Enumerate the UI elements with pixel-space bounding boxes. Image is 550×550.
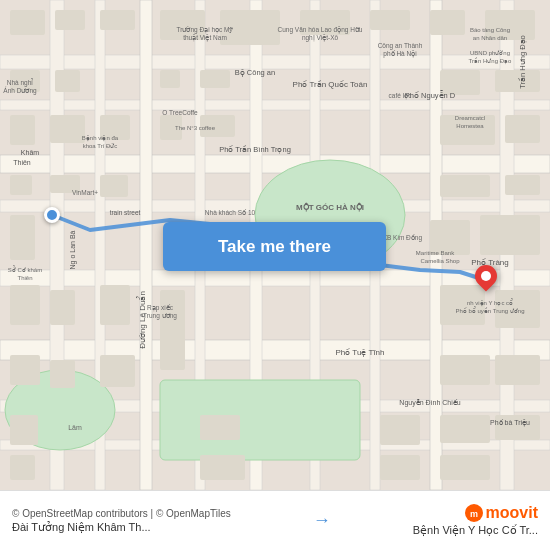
- svg-text:Lâm: Lâm: [68, 424, 82, 431]
- svg-rect-65: [440, 415, 490, 443]
- svg-text:Trần Hưng Đạo: Trần Hưng Đạo: [469, 57, 512, 65]
- moovit-brand-icon: m: [465, 504, 483, 522]
- svg-text:VinMart+: VinMart+: [72, 189, 98, 196]
- svg-text:Phố Tuệ Tĩnh: Phố Tuệ Tĩnh: [336, 348, 385, 357]
- svg-text:Bộ Công an: Bộ Công an: [235, 68, 275, 77]
- moovit-logo: m moovit: [465, 504, 538, 522]
- svg-rect-1: [0, 55, 550, 69]
- svg-rect-53: [100, 285, 130, 325]
- svg-rect-52: [50, 290, 75, 325]
- svg-text:O TreeCoffe: O TreeCoffe: [162, 109, 198, 116]
- svg-text:Trần Hưng Đạo: Trần Hưng Đạo: [518, 35, 527, 89]
- svg-rect-59: [100, 355, 135, 387]
- svg-rect-69: [380, 455, 420, 480]
- svg-text:khoa Trí Đức: khoa Trí Đức: [83, 143, 118, 149]
- svg-text:Phố Trần Bình Trọng: Phố Trần Bình Trọng: [219, 145, 291, 154]
- svg-rect-64: [380, 415, 420, 445]
- svg-text:phố Hà Nội: phố Hà Nội: [383, 50, 416, 58]
- svg-rect-3: [0, 155, 550, 173]
- svg-rect-36: [10, 115, 35, 145]
- svg-rect-23: [100, 10, 135, 30]
- take-me-there-button[interactable]: Take me there: [163, 222, 386, 271]
- map-container: Phố Trần Quốc Toán Phố Nguyễn D Phố Trần…: [0, 0, 550, 490]
- svg-rect-22: [55, 10, 85, 30]
- svg-rect-50: [480, 215, 540, 255]
- svg-rect-58: [50, 360, 75, 388]
- svg-rect-37: [50, 115, 85, 143]
- destination-pin: [474, 265, 498, 295]
- svg-text:Phố Nguyễn D: Phố Nguyễn D: [405, 90, 456, 100]
- svg-text:Nhà khách Số 10: Nhà khách Số 10: [205, 209, 256, 216]
- svg-rect-60: [440, 355, 490, 385]
- svg-text:Sở Cơ khám: Sở Cơ khám: [8, 265, 42, 273]
- svg-rect-32: [160, 70, 180, 88]
- svg-text:Homestea: Homestea: [456, 123, 484, 129]
- svg-text:Đường Lê Duẩn: Đường Lê Duẩn: [136, 291, 147, 349]
- bottom-left: © OpenStreetMap contributors | © OpenMap…: [12, 508, 231, 534]
- svg-rect-48: [10, 215, 35, 260]
- svg-text:m: m: [470, 509, 478, 519]
- origin-dot: [44, 207, 60, 223]
- svg-text:Maritime Bank: Maritime Bank: [416, 250, 455, 256]
- destination-label: Bệnh Viện Y Học Cổ Tr...: [413, 524, 538, 537]
- svg-text:Trường Đại học Mỹ: Trường Đại học Mỹ: [177, 26, 234, 34]
- svg-text:Ng o Lan Bà: Ng o Lan Bà: [69, 230, 77, 269]
- moovit-text: moovit: [486, 504, 538, 522]
- svg-text:Rạp xiếc: Rạp xiếc: [147, 304, 174, 312]
- svg-rect-62: [10, 415, 38, 445]
- svg-text:Công an Thành: Công an Thành: [378, 42, 423, 50]
- svg-text:The N°3 coffee: The N°3 coffee: [175, 125, 216, 131]
- svg-rect-57: [10, 355, 40, 385]
- svg-text:Dreamcatcl: Dreamcatcl: [455, 115, 485, 121]
- bottom-right: m moovit Bệnh Viện Y Học Cổ Tr...: [413, 504, 538, 537]
- svg-text:café lọc: café lọc: [389, 92, 413, 100]
- svg-text:Trung ương: Trung ương: [143, 312, 177, 320]
- svg-rect-2: [0, 100, 550, 110]
- svg-rect-33: [200, 70, 230, 88]
- svg-text:Phố bổ uyền Trung ương: Phố bổ uyền Trung ương: [455, 306, 524, 314]
- svg-rect-27: [370, 10, 410, 30]
- svg-text:Phố bà Triệu: Phố bà Triệu: [490, 419, 530, 427]
- svg-rect-63: [200, 415, 240, 440]
- svg-text:MỘT GÓC HÀ NỘI: MỘT GÓC HÀ NỘI: [296, 202, 364, 212]
- svg-text:Bệnh viện đa: Bệnh viện đa: [82, 135, 119, 142]
- svg-rect-47: [505, 175, 540, 195]
- svg-rect-46: [440, 175, 490, 197]
- svg-text:Phố Trần Quốc Toán: Phố Trần Quốc Toán: [293, 80, 368, 89]
- svg-rect-51: [10, 285, 40, 325]
- svg-rect-21: [10, 10, 45, 35]
- svg-text:nghị Việt-Xô: nghị Việt-Xô: [302, 34, 339, 42]
- svg-text:UBND phường: UBND phường: [470, 50, 510, 56]
- svg-text:Báo tàng Công: Báo tàng Công: [470, 27, 510, 33]
- svg-rect-70: [440, 455, 490, 480]
- svg-text:Ánh Dương: Ánh Dương: [3, 86, 37, 95]
- svg-text:Cung Văn hóa Lao động Hữu: Cung Văn hóa Lao động Hữu: [278, 26, 363, 34]
- svg-text:Khâm: Khâm: [21, 149, 39, 156]
- svg-text:train street: train street: [110, 209, 141, 216]
- svg-rect-31: [55, 70, 80, 92]
- svg-rect-28: [430, 10, 465, 35]
- svg-text:Nhà nghỉ: Nhà nghỉ: [7, 78, 34, 87]
- svg-rect-20: [160, 380, 360, 460]
- origin-label: Đài Tưởng Niệm Khâm Th...: [12, 521, 192, 534]
- openstreetmap-credit: © OpenStreetMap contributors | © OpenMap…: [12, 508, 231, 519]
- svg-text:Camellia Shop: Camellia Shop: [420, 258, 460, 264]
- arrow-icon: →: [313, 510, 331, 531]
- bottom-bar: © OpenStreetMap contributors | © OpenMap…: [0, 490, 550, 550]
- svg-rect-43: [10, 175, 32, 195]
- svg-rect-67: [10, 455, 35, 480]
- svg-rect-54: [160, 290, 185, 370]
- svg-rect-45: [100, 175, 128, 197]
- svg-rect-42: [505, 115, 540, 143]
- svg-text:Nguyễn Đình Chiếu: Nguyễn Đình Chiếu: [399, 399, 460, 407]
- svg-rect-61: [495, 355, 540, 385]
- svg-rect-11: [140, 0, 152, 490]
- svg-rect-68: [200, 455, 245, 480]
- svg-text:thuật Việt Nam: thuật Việt Nam: [183, 34, 227, 42]
- svg-text:Thiên: Thiên: [13, 159, 31, 166]
- svg-text:Thiên: Thiên: [17, 275, 32, 281]
- svg-text:nh viện Y học cổ: nh viện Y học cổ: [467, 298, 513, 307]
- svg-text:an Nhân dân: an Nhân dân: [473, 35, 507, 41]
